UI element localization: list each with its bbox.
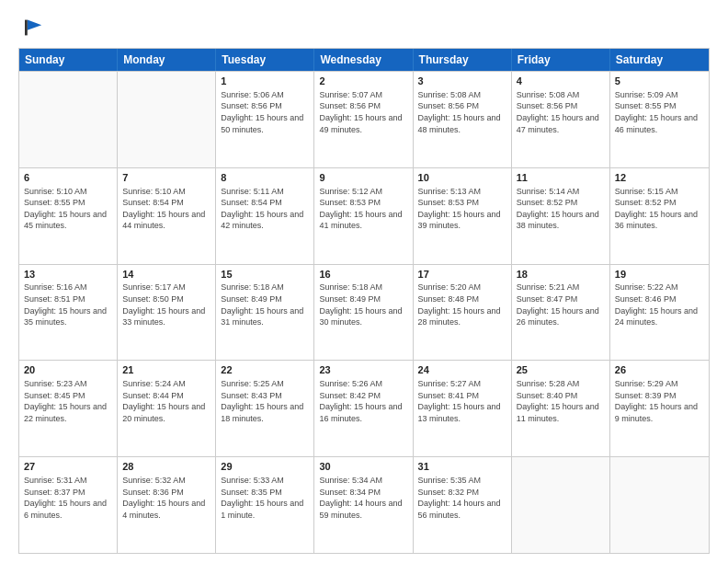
day-number: 10 <box>418 171 506 185</box>
day-number: 16 <box>319 268 407 282</box>
day-number: 27 <box>24 460 112 474</box>
day-info: Sunrise: 5:10 AM Sunset: 8:55 PM Dayligh… <box>24 186 112 232</box>
logo <box>18 15 48 40</box>
day-number: 29 <box>221 460 309 474</box>
calendar: SundayMondayTuesdayWednesdayThursdayFrid… <box>18 48 710 554</box>
calendar-header-cell: Sunday <box>19 49 118 71</box>
day-number: 12 <box>615 171 704 185</box>
calendar-cell: 29Sunrise: 5:33 AM Sunset: 8:35 PM Dayli… <box>216 457 314 553</box>
day-info: Sunrise: 5:24 AM Sunset: 8:44 PM Dayligh… <box>122 378 210 424</box>
calendar-cell <box>19 72 118 167</box>
calendar-cell: 30Sunrise: 5:34 AM Sunset: 8:34 PM Dayli… <box>314 457 413 553</box>
calendar-cell: 26Sunrise: 5:29 AM Sunset: 8:39 PM Dayli… <box>610 361 709 456</box>
calendar-cell: 17Sunrise: 5:20 AM Sunset: 8:48 PM Dayli… <box>414 265 512 361</box>
day-info: Sunrise: 5:18 AM Sunset: 8:49 PM Dayligh… <box>221 282 309 327</box>
day-info: Sunrise: 5:17 AM Sunset: 8:50 PM Dayligh… <box>122 282 210 327</box>
day-info: Sunrise: 5:12 AM Sunset: 8:53 PM Dayligh… <box>319 186 407 232</box>
day-info: Sunrise: 5:23 AM Sunset: 8:45 PM Dayligh… <box>24 378 112 424</box>
page: SundayMondayTuesdayWednesdayThursdayFrid… <box>0 0 728 563</box>
day-number: 30 <box>319 460 407 474</box>
calendar-cell: 14Sunrise: 5:17 AM Sunset: 8:50 PM Dayli… <box>118 265 216 361</box>
day-info: Sunrise: 5:18 AM Sunset: 8:49 PM Dayligh… <box>319 282 407 327</box>
day-info: Sunrise: 5:20 AM Sunset: 8:48 PM Dayligh… <box>418 282 506 327</box>
day-info: Sunrise: 5:26 AM Sunset: 8:42 PM Dayligh… <box>319 378 407 424</box>
day-number: 19 <box>615 268 704 282</box>
day-number: 24 <box>418 363 506 377</box>
logo-icon <box>18 15 44 40</box>
calendar-cell: 19Sunrise: 5:22 AM Sunset: 8:46 PM Dayli… <box>610 265 709 361</box>
day-info: Sunrise: 5:13 AM Sunset: 8:53 PM Dayligh… <box>418 186 506 232</box>
day-info: Sunrise: 5:27 AM Sunset: 8:41 PM Dayligh… <box>418 378 506 424</box>
calendar-cell: 20Sunrise: 5:23 AM Sunset: 8:45 PM Dayli… <box>19 361 118 456</box>
calendar-cell: 10Sunrise: 5:13 AM Sunset: 8:53 PM Dayli… <box>414 168 512 264</box>
svg-rect-1 <box>25 20 28 36</box>
day-info: Sunrise: 5:08 AM Sunset: 8:56 PM Dayligh… <box>517 89 605 135</box>
day-number: 13 <box>24 268 112 282</box>
calendar-cell: 1Sunrise: 5:06 AM Sunset: 8:56 PM Daylig… <box>216 72 314 167</box>
day-number: 8 <box>221 171 309 185</box>
svg-marker-0 <box>28 20 41 30</box>
day-info: Sunrise: 5:14 AM Sunset: 8:52 PM Dayligh… <box>517 186 605 232</box>
header <box>18 15 710 40</box>
day-number: 1 <box>221 75 309 88</box>
calendar-header-cell: Thursday <box>414 49 512 71</box>
calendar-cell: 6Sunrise: 5:10 AM Sunset: 8:55 PM Daylig… <box>19 168 118 264</box>
day-info: Sunrise: 5:34 AM Sunset: 8:34 PM Dayligh… <box>319 475 407 521</box>
day-info: Sunrise: 5:11 AM Sunset: 8:54 PM Dayligh… <box>221 186 309 232</box>
calendar-week-row: 20Sunrise: 5:23 AM Sunset: 8:45 PM Dayli… <box>19 360 709 456</box>
day-number: 26 <box>615 363 704 377</box>
calendar-body: 1Sunrise: 5:06 AM Sunset: 8:56 PM Daylig… <box>19 71 709 553</box>
calendar-cell: 28Sunrise: 5:32 AM Sunset: 8:36 PM Dayli… <box>118 457 216 553</box>
calendar-cell: 12Sunrise: 5:15 AM Sunset: 8:52 PM Dayli… <box>610 168 709 264</box>
calendar-header-cell: Monday <box>118 49 216 71</box>
calendar-header-row: SundayMondayTuesdayWednesdayThursdayFrid… <box>19 49 709 71</box>
day-info: Sunrise: 5:21 AM Sunset: 8:47 PM Dayligh… <box>517 282 605 327</box>
day-number: 25 <box>517 363 605 377</box>
calendar-week-row: 27Sunrise: 5:31 AM Sunset: 8:37 PM Dayli… <box>19 456 709 553</box>
day-info: Sunrise: 5:06 AM Sunset: 8:56 PM Dayligh… <box>221 89 309 135</box>
calendar-cell: 25Sunrise: 5:28 AM Sunset: 8:40 PM Dayli… <box>512 361 610 456</box>
calendar-week-row: 6Sunrise: 5:10 AM Sunset: 8:55 PM Daylig… <box>19 167 709 264</box>
day-number: 5 <box>615 75 704 88</box>
calendar-header-cell: Wednesday <box>314 49 413 71</box>
day-info: Sunrise: 5:33 AM Sunset: 8:35 PM Dayligh… <box>221 475 309 521</box>
calendar-week-row: 13Sunrise: 5:16 AM Sunset: 8:51 PM Dayli… <box>19 264 709 361</box>
calendar-cell: 15Sunrise: 5:18 AM Sunset: 8:49 PM Dayli… <box>216 265 314 361</box>
day-number: 18 <box>517 268 605 282</box>
day-number: 15 <box>221 268 309 282</box>
day-number: 21 <box>122 363 210 377</box>
day-info: Sunrise: 5:22 AM Sunset: 8:46 PM Dayligh… <box>615 282 704 327</box>
day-info: Sunrise: 5:15 AM Sunset: 8:52 PM Dayligh… <box>615 186 704 232</box>
day-info: Sunrise: 5:08 AM Sunset: 8:56 PM Dayligh… <box>418 89 506 135</box>
day-number: 17 <box>418 268 506 282</box>
day-info: Sunrise: 5:10 AM Sunset: 8:54 PM Dayligh… <box>122 186 210 232</box>
calendar-cell: 4Sunrise: 5:08 AM Sunset: 8:56 PM Daylig… <box>512 72 610 167</box>
calendar-header-cell: Saturday <box>610 49 709 71</box>
day-number: 6 <box>24 171 112 185</box>
calendar-cell: 24Sunrise: 5:27 AM Sunset: 8:41 PM Dayli… <box>414 361 512 456</box>
day-info: Sunrise: 5:16 AM Sunset: 8:51 PM Dayligh… <box>24 282 112 327</box>
day-number: 3 <box>418 75 506 88</box>
calendar-cell: 27Sunrise: 5:31 AM Sunset: 8:37 PM Dayli… <box>19 457 118 553</box>
day-number: 22 <box>221 363 309 377</box>
calendar-header-cell: Tuesday <box>216 49 314 71</box>
day-number: 31 <box>418 460 506 474</box>
calendar-cell: 18Sunrise: 5:21 AM Sunset: 8:47 PM Dayli… <box>512 265 610 361</box>
day-number: 11 <box>517 171 605 185</box>
calendar-cell <box>610 457 709 553</box>
calendar-cell <box>512 457 610 553</box>
calendar-header-cell: Friday <box>512 49 610 71</box>
calendar-cell: 8Sunrise: 5:11 AM Sunset: 8:54 PM Daylig… <box>216 168 314 264</box>
calendar-cell: 9Sunrise: 5:12 AM Sunset: 8:53 PM Daylig… <box>314 168 413 264</box>
day-number: 20 <box>24 363 112 377</box>
day-info: Sunrise: 5:29 AM Sunset: 8:39 PM Dayligh… <box>615 378 704 424</box>
calendar-cell: 7Sunrise: 5:10 AM Sunset: 8:54 PM Daylig… <box>118 168 216 264</box>
calendar-cell: 31Sunrise: 5:35 AM Sunset: 8:32 PM Dayli… <box>414 457 512 553</box>
day-info: Sunrise: 5:09 AM Sunset: 8:55 PM Dayligh… <box>615 89 704 135</box>
day-number: 7 <box>122 171 210 185</box>
day-number: 28 <box>122 460 210 474</box>
calendar-cell: 13Sunrise: 5:16 AM Sunset: 8:51 PM Dayli… <box>19 265 118 361</box>
day-info: Sunrise: 5:28 AM Sunset: 8:40 PM Dayligh… <box>517 378 605 424</box>
calendar-cell <box>118 72 216 167</box>
day-number: 4 <box>517 75 605 88</box>
